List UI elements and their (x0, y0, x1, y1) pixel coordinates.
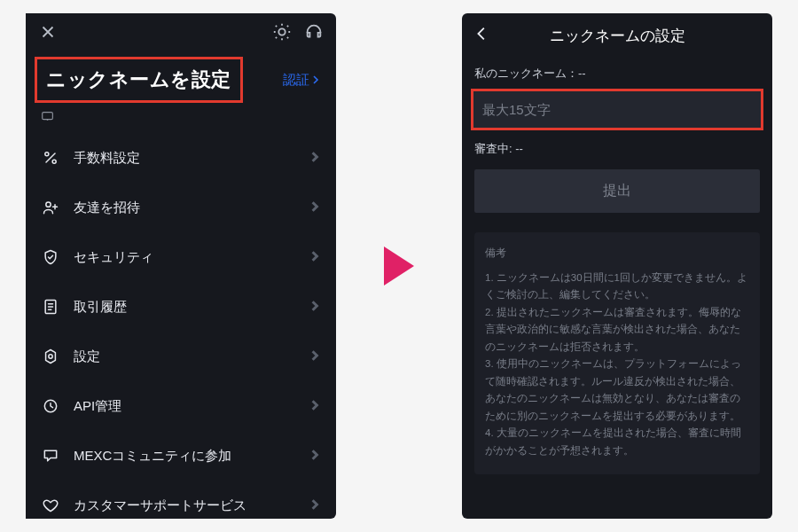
menu-item-api-management[interactable]: API管理 (26, 381, 336, 431)
svg-point-2 (45, 153, 49, 156)
nickname-input-container[interactable] (471, 89, 763, 130)
set-nickname-label: ニックネームを設定 (46, 68, 231, 90)
menu-item-community[interactable]: MEXCコミュニティに参加 (26, 431, 336, 481)
chevron-right-icon (309, 449, 320, 463)
my-nickname-label: 私のニックネーム：-- (462, 55, 772, 89)
chevron-right-icon (309, 399, 320, 413)
chevron-right-icon (309, 300, 320, 314)
notes-panel: 備考 1. ニックネームは30日間に1回しか変更できません。よくご検討の上、編集… (474, 232, 760, 474)
menu-label: 友達を招待 (74, 200, 140, 216)
api-icon (42, 397, 59, 415)
svg-point-7 (49, 355, 52, 358)
svg-rect-1 (43, 113, 53, 120)
notes-line: 4. 大量のニックネームを提出された場合、審査に時間がかかることが予想されます。 (485, 425, 749, 459)
submit-button-label: 提出 (603, 183, 631, 198)
shield-icon (42, 248, 59, 266)
menu-item-security[interactable]: セキュリティ (26, 232, 336, 282)
close-icon[interactable] (38, 22, 58, 44)
settings-menu-screen: ニックネームを設定 認証 手数料設定 (26, 13, 336, 519)
menu-item-invite-friends[interactable]: 友達を招待 (26, 183, 336, 232)
community-icon (42, 447, 59, 465)
set-nickname-button[interactable]: ニックネームを設定 (35, 57, 243, 103)
verify-link-label: 認証 (283, 72, 309, 89)
menu-label: MEXCコミュニティに参加 (74, 448, 231, 465)
menu-item-customer-support[interactable]: カスタマーサポートサービス (26, 481, 336, 519)
menu-label: セキュリティ (74, 249, 153, 266)
notes-heading: 備考 (485, 245, 749, 262)
topbar (26, 13, 336, 53)
chevron-right-icon (309, 250, 320, 264)
nickname-input[interactable] (482, 102, 752, 117)
theme-toggle-icon[interactable] (272, 22, 292, 44)
chevron-right-icon (309, 200, 320, 215)
receipt-icon (42, 298, 59, 316)
notes-line: 1. ニックネームは30日間に1回しか変更できません。よくご検討の上、編集してく… (485, 270, 749, 304)
notes-line: 3. 使用中のニックネームは、プラットフォームによって随時確認されます。ルール違… (485, 356, 749, 425)
notes-line: 2. 提出されたニックネームは審査されます。侮辱的な言葉や政治的に敏感な言葉が検… (485, 304, 749, 356)
svg-marker-6 (46, 350, 56, 364)
chevron-right-icon (309, 349, 320, 364)
svg-point-0 (278, 28, 285, 35)
menu-label: 設定 (74, 348, 100, 365)
invite-icon (42, 199, 59, 216)
page-title: ニックネームの設定 (550, 26, 685, 46)
menu-item-transaction-history[interactable]: 取引履歴 (26, 282, 336, 332)
support-headset-icon[interactable] (304, 22, 324, 44)
chevron-right-icon (309, 498, 320, 512)
menu-item-settings[interactable]: 設定 (26, 332, 336, 381)
menu-label: API管理 (74, 398, 121, 415)
svg-point-3 (52, 160, 56, 163)
menu-label: 取引履歴 (74, 299, 127, 316)
back-icon[interactable] (473, 24, 492, 46)
gear-icon (42, 348, 59, 365)
menu-label: カスタマーサポートサービス (74, 497, 246, 514)
submit-button[interactable]: 提出 (474, 169, 760, 213)
chevron-right-icon (309, 151, 320, 165)
verify-link[interactable]: 認証 (283, 72, 320, 89)
svg-point-4 (46, 202, 51, 207)
collapsed-indicator (26, 108, 336, 133)
heart-icon (42, 497, 59, 514)
menu-list: 手数料設定 友達を招待 セキュリティ (26, 133, 336, 519)
titlebar: ニックネームの設定 (462, 13, 772, 55)
nickname-settings-screen: ニックネームの設定 私のニックネーム：-- 審査中: -- 提出 備考 1. ニ… (462, 13, 772, 519)
review-status-label: 審査中: -- (462, 130, 772, 169)
menu-label: 手数料設定 (74, 150, 140, 167)
menu-item-fee-settings[interactable]: 手数料設定 (26, 133, 336, 183)
percent-icon (42, 149, 59, 167)
flow-arrow-icon (384, 246, 414, 286)
